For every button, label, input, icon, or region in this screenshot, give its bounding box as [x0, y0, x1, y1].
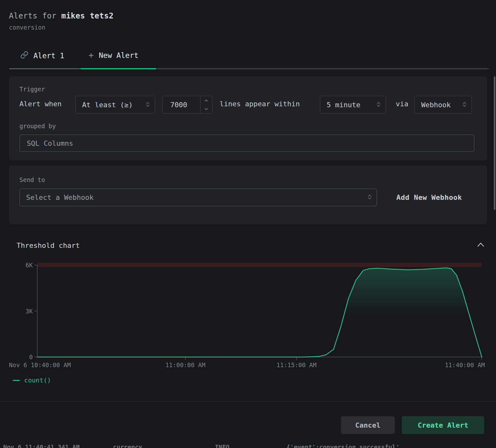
alert-modal: Alerts for mikes tets2 conversion Alert …	[0, 0, 496, 448]
threshold-input-group	[162, 96, 212, 114]
svg-text:Nov 6 10:40:00 AM: Nov 6 10:40:00 AM	[9, 361, 71, 368]
svg-text:6K: 6K	[25, 262, 33, 269]
svg-text:11:15:00 AM: 11:15:00 AM	[276, 361, 316, 368]
collapse-chart-button[interactable]	[476, 241, 486, 250]
webhook-select[interactable]: Select a Webhook	[19, 189, 377, 206]
dataset-name: mikes tets2	[61, 11, 113, 20]
trigger-panel: Trigger Alert when At least (≥) lines ap	[9, 76, 487, 160]
trigger-label: Trigger	[19, 86, 45, 93]
tab-new-alert[interactable]: + New Alert	[89, 51, 138, 60]
cancel-button[interactable]: Cancel	[341, 416, 395, 434]
tab-new-alert-label: New Alert	[99, 51, 138, 60]
chevron-updown-icon	[463, 101, 466, 109]
chevron-updown-icon	[377, 101, 380, 109]
scrollbar-thumb[interactable]	[494, 76, 495, 210]
threshold-chart: 03K6KNov 6 10:40:00 AM11:00:00 AM11:15:0…	[0, 259, 496, 371]
send-to-panel: Send to Select a Webhook Add New Webhook	[9, 165, 487, 224]
window-select[interactable]: 5 minute	[320, 96, 386, 114]
chevron-up-icon	[476, 241, 485, 250]
legend-series-label: count()	[24, 376, 51, 384]
chart-legend: count()	[13, 376, 51, 384]
create-alert-button[interactable]: Create Alert	[402, 416, 484, 434]
alert-when-text: Alert when	[19, 100, 61, 108]
svg-text:3K: 3K	[25, 308, 33, 315]
svg-text:11:40:00 AM: 11:40:00 AM	[445, 361, 485, 368]
window-value: 5 minute	[327, 101, 360, 109]
legend-line-swatch	[13, 380, 20, 381]
log-level: INFO	[215, 444, 230, 448]
page-subtitle: conversion	[9, 24, 45, 31]
page-title: Alerts for mikes tets2	[9, 11, 114, 20]
log-message: {'event':conversion successful'	[287, 444, 400, 448]
chevron-updown-icon	[368, 193, 372, 201]
log-service: currency	[113, 444, 142, 448]
channel-select[interactable]: Webhook	[415, 96, 472, 114]
tab-underline-inactive	[9, 68, 80, 69]
send-to-label: Send to	[19, 176, 45, 183]
tab-underline-active	[80, 68, 156, 69]
channel-value: Webhook	[421, 101, 451, 109]
svg-text:11:00:00 AM: 11:00:00 AM	[165, 361, 205, 368]
threshold-input[interactable]	[163, 96, 200, 113]
stepper-up-button[interactable]	[201, 96, 212, 105]
grouped-by-input[interactable]	[19, 135, 474, 152]
via-text: via	[396, 100, 408, 108]
chevron-updown-icon	[146, 101, 150, 109]
comparator-value: At least (≥)	[82, 101, 133, 109]
grouped-by-label: grouped by	[19, 122, 56, 130]
threshold-stepper	[200, 96, 212, 113]
footer-divider	[0, 401, 496, 402]
log-timestamp: Nov 6 11:40:41.341 AM	[3, 444, 80, 448]
threshold-band	[37, 263, 482, 267]
stepper-down-button[interactable]	[201, 105, 212, 113]
comparator-select[interactable]: At least (≥)	[75, 96, 155, 114]
tab-alert-1[interactable]: Alert 1	[20, 51, 64, 60]
svg-text:0: 0	[29, 354, 33, 360]
tab-alert-1-label: Alert 1	[33, 52, 64, 60]
page-title-prefix: Alerts for	[9, 11, 61, 20]
add-new-webhook-button[interactable]: Add New Webhook	[396, 193, 462, 201]
plus-icon: +	[89, 51, 94, 59]
lines-appear-text: lines appear within	[220, 100, 300, 108]
tab-row-border	[156, 68, 489, 69]
threshold-chart-title: Threshold chart	[17, 242, 80, 249]
link-icon	[20, 51, 28, 60]
webhook-select-placeholder: Select a Webhook	[26, 193, 94, 201]
